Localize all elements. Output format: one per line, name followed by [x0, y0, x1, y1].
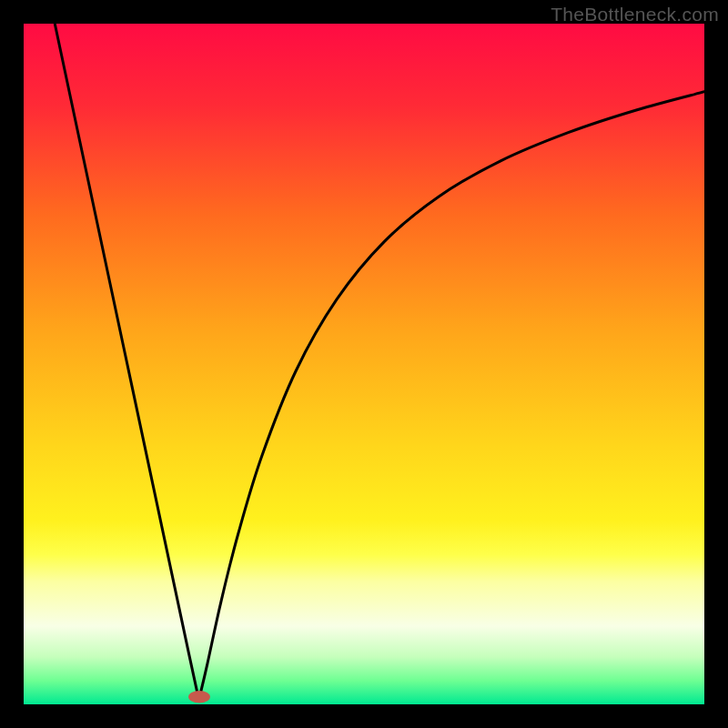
gradient-background: [24, 24, 704, 704]
plot-area: [24, 24, 704, 704]
plot-svg: [24, 24, 704, 704]
minimum-marker: [188, 691, 210, 703]
chart-frame: TheBottleneck.com: [0, 0, 728, 728]
watermark-text: TheBottleneck.com: [551, 4, 719, 25]
